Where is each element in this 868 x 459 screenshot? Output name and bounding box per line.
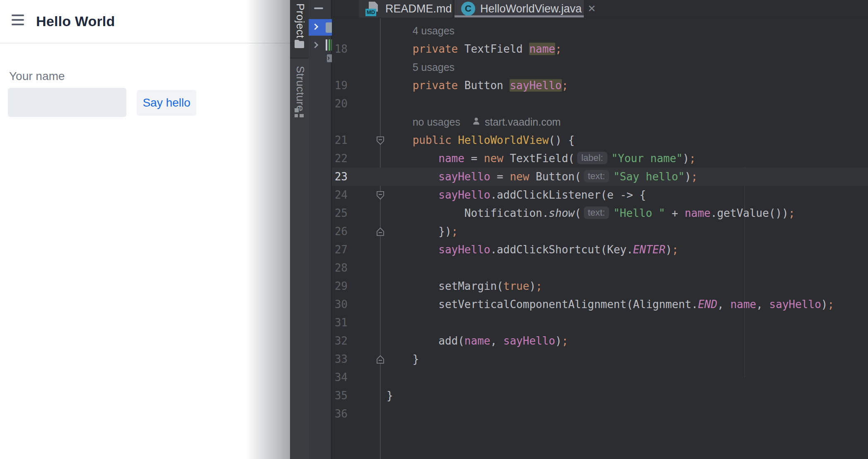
- code-line[interactable]: 25 Notification.show(text:"Hello " + nam…: [332, 204, 868, 222]
- fold-marker-icon[interactable]: [375, 355, 385, 364]
- code-text[interactable]: private Button sayHello;: [380, 76, 868, 95]
- line-number[interactable]: 30: [332, 295, 380, 313]
- code-line[interactable]: 20: [332, 95, 868, 113]
- code-line[interactable]: 26 });: [332, 222, 868, 240]
- line-number[interactable]: 27: [332, 240, 380, 259]
- code-line[interactable]: 35}: [332, 386, 868, 405]
- code-line[interactable]: 29 setMargin(true);: [332, 277, 868, 295]
- line-number[interactable]: [332, 22, 380, 40]
- stripe-item-structure[interactable]: Structure: [290, 58, 309, 121]
- code-text[interactable]: sayHello.addClickListener(e -> {: [380, 186, 868, 204]
- line-number[interactable]: 34: [332, 368, 380, 386]
- line-number[interactable]: 21: [332, 131, 380, 149]
- code-line[interactable]: 34: [332, 368, 868, 386]
- code-text[interactable]: sayHello.addClickShortcut(Key.ENTER);: [380, 240, 868, 259]
- usage-count[interactable]: no usages: [413, 113, 460, 131]
- line-number[interactable]: 18: [332, 40, 380, 58]
- tree-node-icon[interactable]: [327, 54, 332, 62]
- inlay-hint-line[interactable]: 5 usages: [332, 58, 868, 76]
- fold-marker-icon[interactable]: [375, 227, 385, 237]
- code-line[interactable]: 28: [332, 259, 868, 277]
- code-token: ;: [562, 79, 568, 92]
- code-text[interactable]: }: [380, 386, 868, 405]
- code-text[interactable]: name = new TextField(label:"Your name");: [380, 149, 868, 168]
- code-author[interactable]: start.vaadin.com: [485, 113, 561, 131]
- code-line[interactable]: 19 private Button sayHello;: [332, 76, 868, 95]
- fold-marker-icon[interactable]: [375, 136, 385, 146]
- tab-helloworldview[interactable]: C HelloWorldView.java ✕: [455, 0, 584, 17]
- line-number[interactable]: 36: [332, 405, 380, 423]
- hamburger-menu-icon[interactable]: [12, 14, 24, 26]
- code-token: ;: [689, 152, 696, 165]
- line-number[interactable]: 19: [332, 76, 380, 95]
- code-text[interactable]: Notification.show(text:"Hello " + name.g…: [380, 204, 868, 222]
- code-line[interactable]: 24 sayHello.addClickListener(e -> {: [332, 186, 868, 204]
- line-number[interactable]: 28: [332, 259, 380, 277]
- code-token: add(: [438, 335, 464, 347]
- code-text[interactable]: [380, 405, 868, 423]
- say-hello-button[interactable]: Say hello: [137, 90, 196, 116]
- code-token: ;: [452, 225, 458, 238]
- line-number[interactable]: 35: [332, 386, 380, 405]
- usages-inlay[interactable]: no usagesstart.vaadin.com: [380, 113, 868, 131]
- usage-count[interactable]: 5 usages: [413, 58, 455, 76]
- code-text[interactable]: private TextField name;: [380, 40, 868, 58]
- code-line[interactable]: 22 name = new TextField(label:"Your name…: [332, 149, 868, 168]
- line-number[interactable]: 24: [332, 186, 380, 204]
- code-text[interactable]: [380, 259, 868, 277]
- line-number[interactable]: 26: [332, 222, 380, 240]
- code-editor[interactable]: 4 usages18 private TextField name;5 usag…: [332, 18, 868, 459]
- code-text[interactable]: [380, 368, 868, 386]
- line-number[interactable]: 33: [332, 350, 380, 368]
- code-line[interactable]: 18 private TextField name;: [332, 40, 868, 58]
- code-text[interactable]: [380, 95, 868, 113]
- code-token: new: [484, 152, 503, 165]
- code-line[interactable]: 27 sayHello.addClickShortcut(Key.ENTER);: [332, 240, 868, 259]
- code-line[interactable]: 32 add(name, sayHello);: [332, 332, 868, 350]
- chevron-right-icon[interactable]: [312, 42, 319, 49]
- code-token: "Hello ": [613, 207, 665, 219]
- code-token: ;: [536, 280, 542, 292]
- code-line[interactable]: 23 sayHello = new Button(text:"Say hello…: [332, 168, 868, 186]
- chevron-right-icon[interactable]: [312, 24, 319, 30]
- code-text[interactable]: add(name, sayHello);: [380, 332, 868, 350]
- code-line[interactable]: 33 }: [332, 350, 868, 368]
- code-token: sayHello: [438, 243, 490, 256]
- tab-readme[interactable]: MD README.md ✕: [359, 0, 452, 17]
- code-text[interactable]: });: [380, 222, 868, 240]
- code-text[interactable]: sayHello = new Button(text:"Say hello");: [380, 168, 868, 186]
- line-number[interactable]: [332, 113, 380, 131]
- usages-inlay[interactable]: 5 usages: [380, 58, 868, 76]
- code-text[interactable]: setVerticalComponentAlignment(Alignment.…: [380, 295, 868, 313]
- tree-row-selected[interactable]: [309, 19, 332, 36]
- line-number[interactable]: 25: [332, 204, 380, 222]
- line-number[interactable]: 22: [332, 149, 380, 168]
- code-token: ENTER: [633, 243, 665, 256]
- hide-tool-window-button[interactable]: [314, 4, 324, 12]
- line-number[interactable]: [332, 58, 380, 76]
- name-input[interactable]: [8, 88, 126, 117]
- code-line[interactable]: 36: [332, 405, 868, 423]
- code-rows: 4 usages18 private TextField name;5 usag…: [332, 22, 868, 423]
- inlay-hint-line[interactable]: 4 usages: [332, 22, 868, 40]
- usages-inlay[interactable]: 4 usages: [380, 22, 868, 40]
- code-line[interactable]: 31: [332, 313, 868, 332]
- line-number[interactable]: 20: [332, 95, 380, 113]
- java-class-icon: C: [461, 2, 475, 16]
- code-text[interactable]: }: [380, 350, 868, 368]
- line-number[interactable]: 23: [332, 168, 380, 186]
- code-line[interactable]: 30 setVerticalComponentAlignment(Alignme…: [332, 295, 868, 313]
- usage-count[interactable]: 4 usages: [413, 22, 455, 40]
- line-number[interactable]: 32: [332, 332, 380, 350]
- tree-row[interactable]: [309, 37, 332, 53]
- code-line[interactable]: 21 public HelloWorldView() {: [332, 131, 868, 149]
- line-number[interactable]: 31: [332, 313, 380, 332]
- stripe-item-project[interactable]: Project: [290, 0, 309, 58]
- code-text[interactable]: [380, 313, 868, 332]
- fold-marker-icon[interactable]: [375, 190, 385, 200]
- code-text[interactable]: public HelloWorldView() {: [380, 131, 868, 149]
- line-number[interactable]: 29: [332, 277, 380, 295]
- close-icon[interactable]: ✕: [588, 3, 596, 15]
- code-text[interactable]: setMargin(true);: [380, 277, 868, 295]
- inlay-hint-line[interactable]: no usagesstart.vaadin.com: [332, 113, 868, 131]
